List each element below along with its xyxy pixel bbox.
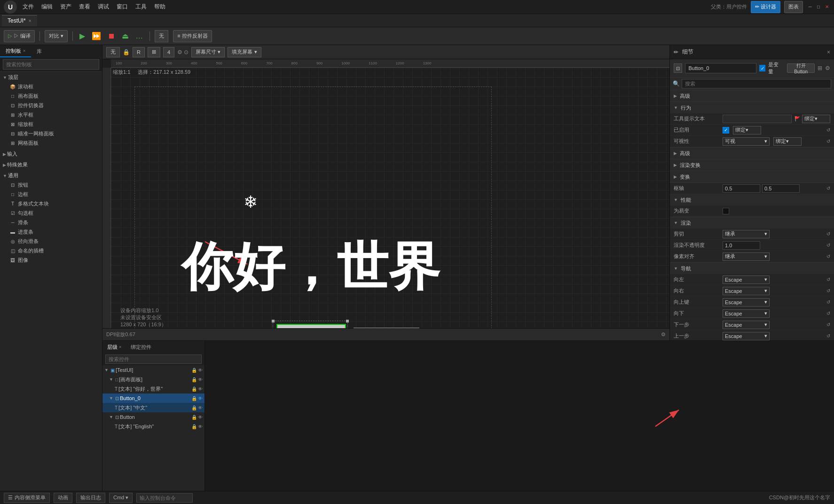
minimize-button[interactable]: ─ <box>807 4 813 10</box>
output-log-tab[interactable]: 输出日志 <box>76 493 105 503</box>
visibility-binding[interactable]: 绑定▾ <box>773 137 802 146</box>
reset-icon[interactable]: ↺ <box>826 299 830 305</box>
properties-close[interactable]: × <box>827 49 830 55</box>
section-input-header[interactable]: ▶ 输入 <box>0 150 102 158</box>
nav-header[interactable]: ▼ 导航 <box>670 263 834 274</box>
stop-button[interactable]: ⏹ <box>106 32 117 40</box>
item-named-slot[interactable]: ◫ 命名的插槽 <box>0 246 102 255</box>
item-image[interactable]: 🖼 图像 <box>0 255 102 265</box>
reset-icon[interactable]: ↺ <box>826 243 830 248</box>
tab-close[interactable]: × <box>29 18 31 24</box>
nav-up-dropdown[interactable]: Escape ▾ <box>723 298 770 307</box>
tab-bind-widget[interactable]: 绑定控件 <box>126 341 156 353</box>
reset-icon[interactable]: ↺ <box>826 333 830 339</box>
section-toplevel-header[interactable]: ▼ 顶层 <box>0 73 102 82</box>
close-button[interactable]: ✕ <box>824 4 830 10</box>
lock-icon[interactable]: 🔒 <box>191 415 197 420</box>
nav-next-dropdown[interactable]: Escape ▾ <box>723 321 770 329</box>
tab-control-board[interactable]: 控制板 × <box>0 45 31 57</box>
item-radial-slider[interactable]: ◎ 径向滑条 <box>0 236 102 246</box>
tree-canvas-panel[interactable]: ▼ □ [画布面板] 🔒 👁 <box>102 375 205 384</box>
lock-icon[interactable]: 🔒 <box>191 377 197 382</box>
behavior-header[interactable]: ▼ 行为 <box>670 102 834 113</box>
console-input[interactable] <box>136 493 193 503</box>
eye-icon[interactable]: 👁 <box>198 424 203 429</box>
four-button[interactable]: 4 <box>163 47 174 57</box>
eye-icon[interactable]: 👁 <box>198 405 203 410</box>
compile-button[interactable]: ▷ ▷ 编译 <box>4 30 35 42</box>
menu-help[interactable]: 帮助 <box>154 3 165 11</box>
pixel-align-dropdown[interactable]: 继承 ▾ <box>723 252 770 261</box>
lock-icon[interactable]: 🔒 <box>191 405 197 410</box>
eye-icon[interactable]: 👁 <box>198 368 203 373</box>
nav-left-dropdown[interactable]: Escape ▾ <box>723 276 770 284</box>
is-variable-checkbox[interactable]: ✓ <box>759 65 765 71</box>
item-slider[interactable]: ─ 滑条 <box>0 218 102 227</box>
open-button[interactable]: 打开Button <box>787 63 815 73</box>
menu-file[interactable]: 文件 <box>23 3 34 11</box>
animation-tab[interactable]: 动画 <box>54 493 72 503</box>
item-canvas-panel[interactable]: □ 画布面板 <box>0 91 102 101</box>
visibility-dropdown[interactable]: 可视 ▾ <box>723 137 770 146</box>
eye-icon[interactable]: 👁 <box>198 415 203 420</box>
render-transform-header[interactable]: ▶ 渲染变换 <box>670 159 834 171</box>
lock-icon[interactable]: 🔒 <box>191 368 197 373</box>
r-button[interactable]: R <box>133 47 145 57</box>
enabled-binding[interactable]: 绑定▾ <box>733 126 761 134</box>
maximize-button[interactable]: □ <box>815 4 822 10</box>
mirror-button[interactable]: ≡ 控件反射器 <box>173 30 212 42</box>
layout-icon[interactable]: ⊞ <box>818 65 822 71</box>
tree-text-english[interactable]: T [文本] "English" 🔒 👁 <box>102 422 205 431</box>
item-hbox[interactable]: ⊞ 水平框 <box>0 110 102 119</box>
tooltip-value[interactable] <box>723 115 792 123</box>
screen-size-button[interactable]: 屏幕尺寸 ▾ <box>191 47 225 57</box>
menu-tools[interactable]: 工具 <box>135 3 147 11</box>
search-input[interactable] <box>3 59 99 70</box>
tree-helloworld[interactable]: T [文本] "你好，世界" 🔒 👁 <box>102 384 205 394</box>
reset-icon[interactable]: ↺ <box>826 139 830 144</box>
render-header[interactable]: ▼ 渲染 <box>670 217 834 228</box>
pivot-y-input[interactable] <box>762 184 800 193</box>
nav-prev-dropdown[interactable]: Escape ▾ <box>723 332 770 340</box>
prop-search-input[interactable] <box>682 79 831 88</box>
lock-icon[interactable]: 🔒 <box>191 396 197 401</box>
cmd-tab[interactable]: Cmd ▾ <box>109 493 133 503</box>
play2-button[interactable]: ⏩ <box>90 32 103 40</box>
main-tab[interactable]: TestUI* × <box>2 15 37 26</box>
tab-library[interactable]: 库 <box>31 45 47 57</box>
reset-icon[interactable]: ↺ <box>826 288 830 293</box>
eye-icon[interactable]: 👁 <box>198 396 203 401</box>
tab-hierarchy[interactable]: 层级 × <box>102 341 126 353</box>
tree-button[interactable]: ▼ ⊡ Button 🔒 👁 <box>102 412 205 422</box>
volatile-checkbox[interactable] <box>723 208 729 214</box>
canvas-viewport[interactable]: 100 200 300 400 500 600 700 800 900 1000… <box>102 59 669 340</box>
lock-icon[interactable]: 🔒 <box>191 424 197 429</box>
advanced-header[interactable]: ▶ 高级 <box>670 90 834 102</box>
tree-text-chinese[interactable]: T [文本] "中文" 🔒 👁 <box>102 403 205 412</box>
reset-icon[interactable]: ↺ <box>826 254 830 259</box>
eye-icon[interactable]: 👁 <box>198 377 203 382</box>
menu-asset[interactable]: 资产 <box>60 3 71 11</box>
tree-testui[interactable]: ▼ ▣ [TestUI] 🔒 👁 <box>102 365 205 375</box>
grid-view-button[interactable]: ⊞ <box>148 47 160 57</box>
item-button[interactable]: ⊡ 按钮 <box>0 180 102 189</box>
item-grid-panel2[interactable]: ⊞ 网格面板 <box>0 138 102 148</box>
tree-button0[interactable]: ▼ ⊡ Button_0 🔒 👁 <box>102 394 205 403</box>
component-name-input[interactable] <box>685 63 756 73</box>
opacity-input[interactable] <box>723 241 760 250</box>
content-menu-tab[interactable]: ☰ 内容侧滑菜单 <box>4 493 50 503</box>
reset-icon[interactable]: ↺ <box>826 277 830 282</box>
reset-icon[interactable]: ↺ <box>826 186 830 191</box>
item-rich-text[interactable]: T 多格式文本块 <box>0 199 102 208</box>
eye-icon[interactable]: 👁 <box>198 386 203 392</box>
item-scale-box[interactable]: ⊠ 缩放框 <box>0 119 102 129</box>
item-scroll-box[interactable]: 📦 滚动框 <box>0 82 102 91</box>
item-widget-switcher[interactable]: ⊡ 控件切换器 <box>0 101 102 110</box>
hierarchy-close[interactable]: × <box>119 345 121 349</box>
hierarchy-search-input[interactable] <box>105 354 202 364</box>
section-special-header[interactable]: ▶ 特殊效果 <box>0 160 102 169</box>
item-grid-panel[interactable]: ⊟ 瞄准一网格面板 <box>0 129 102 138</box>
reset-icon[interactable]: ↺ <box>826 311 830 316</box>
enabled-checkbox[interactable]: ✓ <box>723 127 729 134</box>
reset-icon[interactable]: ↺ <box>826 322 830 327</box>
